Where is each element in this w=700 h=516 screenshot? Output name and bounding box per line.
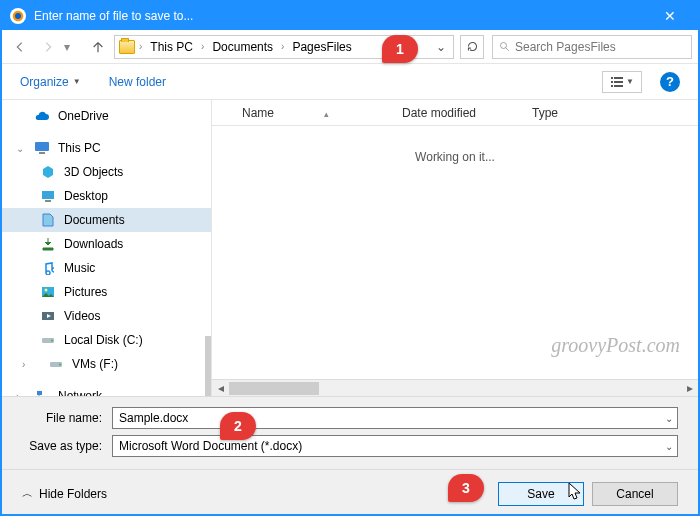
titlebar: Enter name of file to save to... ✕ — [2, 2, 698, 30]
sidebar-item-thispc[interactable]: ⌄ This PC — [2, 136, 211, 160]
column-type[interactable]: Type — [532, 106, 558, 120]
drive-icon — [40, 332, 56, 348]
body-area: OneDrive ⌄ This PC 3D Objects Desktop Do… — [2, 100, 698, 396]
svg-rect-5 — [614, 77, 623, 79]
downloads-icon — [40, 236, 56, 252]
annotation-1: 1 — [382, 35, 418, 63]
svg-point-18 — [51, 340, 53, 342]
network-icon — [34, 388, 50, 396]
chevron-right-icon: › — [281, 41, 284, 52]
scroll-left-icon[interactable]: ◂ — [212, 380, 229, 397]
sidebar-item-3dobjects[interactable]: 3D Objects — [2, 160, 211, 184]
search-placeholder: Search PagesFiles — [515, 40, 616, 54]
breadcrumb-thispc[interactable]: This PC — [146, 38, 197, 56]
scrollbar-track[interactable] — [229, 380, 681, 397]
search-input[interactable]: Search PagesFiles — [492, 35, 692, 59]
sidebar-item-desktop[interactable]: Desktop — [2, 184, 211, 208]
saveastype-value: Microsoft Word Document (*.docx) — [119, 439, 302, 453]
scroll-right-icon[interactable]: ▸ — [681, 380, 698, 397]
filename-label: File name: — [22, 411, 112, 425]
firefox-icon — [10, 8, 26, 24]
refresh-button[interactable] — [460, 35, 484, 59]
up-button[interactable] — [86, 35, 110, 59]
svg-rect-11 — [39, 152, 45, 154]
sidebar-item-localdisk[interactable]: Local Disk (C:) — [2, 328, 211, 352]
scrollbar-thumb[interactable] — [229, 382, 319, 395]
svg-rect-13 — [45, 200, 51, 202]
watermark: groovyPost.com — [551, 334, 680, 357]
saveastype-label: Save as type: — [22, 439, 112, 453]
button-row: ︿ Hide Folders Save Cancel — [2, 469, 698, 516]
annotation-3: 3 — [448, 474, 484, 502]
mouse-cursor-icon — [568, 482, 582, 502]
sidebar-item-onedrive[interactable]: OneDrive — [2, 104, 211, 128]
pictures-icon — [40, 284, 56, 300]
content-pane: Name▴ Date modified Type Working on it..… — [212, 100, 698, 396]
onedrive-icon — [34, 108, 50, 124]
sidebar-item-music[interactable]: Music — [2, 256, 211, 280]
expand-icon: › — [22, 359, 32, 370]
svg-line-3 — [506, 47, 509, 50]
status-text: Working on it... — [415, 150, 495, 164]
svg-rect-8 — [611, 85, 613, 87]
saveastype-select[interactable]: Microsoft Word Document (*.docx) ⌄ — [112, 435, 678, 457]
desktop-icon — [40, 188, 56, 204]
list-view-icon — [610, 76, 624, 88]
cancel-button[interactable]: Cancel — [592, 482, 678, 506]
history-dropdown[interactable]: ▾ — [64, 40, 78, 54]
3dobjects-icon — [40, 164, 56, 180]
column-headers: Name▴ Date modified Type — [212, 100, 698, 126]
search-icon — [499, 41, 511, 53]
svg-rect-9 — [614, 85, 623, 87]
breadcrumb-documents[interactable]: Documents — [208, 38, 277, 56]
svg-rect-6 — [611, 81, 613, 83]
hide-folders-button[interactable]: ︿ Hide Folders — [22, 486, 107, 501]
sidebar-item-videos[interactable]: Videos — [2, 304, 211, 328]
forward-button[interactable] — [36, 35, 60, 59]
documents-icon — [40, 212, 56, 228]
folder-icon — [119, 40, 135, 54]
breadcrumb-pagesfiles[interactable]: PagesFiles — [288, 38, 355, 56]
svg-point-1 — [15, 13, 21, 19]
annotation-2: 2 — [220, 412, 256, 440]
help-button[interactable]: ? — [660, 72, 680, 92]
sidebar-item-pictures[interactable]: Pictures — [2, 280, 211, 304]
filename-value: Sample.docx — [119, 411, 188, 425]
videos-icon — [40, 308, 56, 324]
toolbar: Organize▼ New folder ▼ ? — [2, 64, 698, 100]
sidebar-scrollbar-thumb[interactable] — [205, 336, 211, 396]
address-dropdown[interactable]: ⌄ — [433, 40, 449, 54]
new-folder-button[interactable]: New folder — [109, 75, 166, 89]
svg-point-2 — [501, 42, 507, 48]
file-list[interactable]: Working on it... groovyPost.com — [212, 126, 698, 379]
column-name[interactable]: Name▴ — [242, 106, 402, 120]
drive-icon — [48, 356, 64, 372]
organize-button[interactable]: Organize▼ — [20, 75, 81, 89]
dropdown-icon[interactable]: ⌄ — [665, 441, 673, 452]
back-button[interactable] — [8, 35, 32, 59]
dropdown-icon[interactable]: ⌄ — [665, 413, 673, 424]
form-area: File name: Sample.docx ⌄ Save as type: M… — [2, 396, 698, 469]
sidebar-item-documents[interactable]: Documents — [2, 208, 211, 232]
sidebar-item-network[interactable]: ›Network — [2, 384, 211, 396]
chevron-right-icon: › — [201, 41, 204, 52]
sort-indicator-icon: ▴ — [324, 109, 329, 119]
svg-rect-21 — [37, 391, 42, 395]
column-date[interactable]: Date modified — [402, 106, 532, 120]
svg-rect-10 — [35, 142, 49, 151]
expand-icon: › — [16, 391, 26, 397]
sidebar-item-downloads[interactable]: Downloads — [2, 232, 211, 256]
chevron-up-icon: ︿ — [22, 486, 33, 501]
svg-rect-7 — [614, 81, 623, 83]
sidebar: OneDrive ⌄ This PC 3D Objects Desktop Do… — [2, 100, 212, 396]
svg-rect-4 — [611, 77, 613, 79]
navbar: ▾ › This PC › Documents › PagesFiles ⌄ S… — [2, 30, 698, 64]
close-button[interactable]: ✕ — [650, 8, 690, 24]
filename-input[interactable]: Sample.docx ⌄ — [112, 407, 678, 429]
svg-point-20 — [59, 364, 61, 366]
horizontal-scrollbar[interactable]: ◂ ▸ — [212, 379, 698, 396]
svg-rect-12 — [42, 191, 54, 199]
collapse-icon: ⌄ — [16, 143, 26, 154]
sidebar-item-vms[interactable]: ›VMs (F:) — [2, 352, 211, 376]
view-options-button[interactable]: ▼ — [602, 71, 642, 93]
